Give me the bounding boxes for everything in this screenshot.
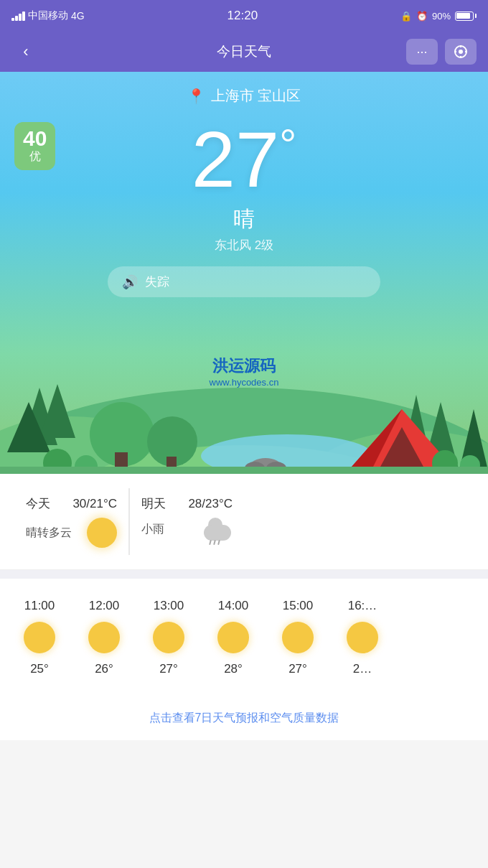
hourly-time-0: 11:00 bbox=[24, 599, 55, 613]
battery-icon bbox=[455, 11, 477, 21]
hourly-item-2: 13:00 27° bbox=[136, 593, 201, 682]
section-separator bbox=[0, 570, 488, 579]
announcement-text: 失踪 bbox=[145, 274, 169, 290]
hourly-icon-5 bbox=[347, 622, 378, 653]
lock-icon: 🔒 bbox=[400, 11, 412, 22]
degree-symbol: ° bbox=[279, 121, 296, 169]
daily-forecast-section: 今天 30/21°C 晴转多云 明天 28/23°C 小雨 bbox=[0, 474, 488, 570]
signal-icon bbox=[11, 11, 25, 21]
hourly-icon-0 bbox=[24, 622, 55, 653]
weather-condition: 晴 bbox=[233, 205, 255, 234]
hourly-time-3: 14:00 bbox=[218, 599, 249, 613]
status-left: 中国移动 4G bbox=[11, 9, 85, 22]
hourly-time-4: 15:00 bbox=[283, 599, 314, 613]
target-button[interactable] bbox=[445, 39, 477, 65]
location-pin-icon: 📍 bbox=[187, 88, 205, 105]
watermark-brand: 洪运源码 bbox=[210, 355, 279, 377]
tomorrow-weather-icon bbox=[202, 518, 233, 541]
status-time: 12:20 bbox=[227, 9, 258, 23]
today-label: 今天 bbox=[26, 495, 50, 512]
svg-point-1 bbox=[459, 50, 463, 54]
battery-percent: 90% bbox=[432, 11, 451, 22]
temperature-value: 27 bbox=[192, 115, 279, 203]
landscape-illustration bbox=[0, 316, 488, 474]
hourly-time-5: 16:… bbox=[348, 599, 377, 613]
hourly-item-3: 14:00 28° bbox=[201, 593, 266, 682]
aqi-badge: 40 优 bbox=[14, 122, 55, 170]
back-button[interactable]: ‹ bbox=[11, 37, 40, 66]
hourly-item-1: 12:00 26° bbox=[72, 593, 136, 682]
bottom-link[interactable]: 点击查看7日天气预报和空气质量数据 bbox=[0, 696, 488, 740]
nav-actions: ··· bbox=[406, 39, 477, 65]
nav-bar: ‹ 今日天气 ··· bbox=[0, 32, 488, 72]
daily-tomorrow: 明天 28/23°C 小雨 bbox=[129, 488, 244, 555]
hourly-temp-3: 28° bbox=[224, 662, 243, 676]
today-condition: 晴转多云 bbox=[26, 526, 72, 541]
hourly-temp-2: 27° bbox=[159, 662, 178, 676]
hourly-time-1: 12:00 bbox=[89, 599, 120, 613]
today-temp: 30/21°C bbox=[72, 497, 117, 511]
hourly-icon-2 bbox=[153, 622, 184, 653]
hourly-scroll: 11:00 25° 12:00 26° 13:00 27° 14:00 28° … bbox=[0, 593, 402, 682]
today-weather-icon bbox=[87, 518, 117, 548]
target-icon bbox=[454, 45, 468, 59]
tomorrow-condition: 小雨 bbox=[141, 522, 164, 537]
network-type: 4G bbox=[71, 10, 85, 22]
hourly-item-5: 16:… 2… bbox=[330, 593, 395, 682]
bottom-link-text[interactable]: 点击查看7日天气预报和空气质量数据 bbox=[149, 711, 339, 724]
hourly-icon-1 bbox=[88, 622, 120, 653]
alarm-icon: ⏰ bbox=[416, 11, 428, 22]
temperature-display: 27° bbox=[192, 120, 296, 199]
tomorrow-label: 明天 bbox=[141, 495, 166, 512]
page-title: 今日天气 bbox=[217, 42, 271, 61]
hourly-temp-0: 25° bbox=[30, 662, 49, 676]
hourly-time-2: 13:00 bbox=[154, 599, 184, 613]
aqi-number: 40 bbox=[23, 128, 47, 149]
tomorrow-temp: 28/23°C bbox=[188, 497, 233, 511]
hourly-temp-5: 2… bbox=[353, 662, 372, 676]
announcement-bar: 🔊 失踪 bbox=[108, 266, 380, 297]
aqi-grade: 优 bbox=[23, 149, 47, 164]
hourly-item-0: 11:00 25° bbox=[7, 593, 72, 682]
status-bar: 中国移动 4G 12:20 🔒 ⏰ 90% bbox=[0, 0, 488, 32]
watermark: 洪运源码 www.hycodes.cn bbox=[210, 355, 279, 388]
location-bar: 📍 上海市 宝山区 bbox=[187, 86, 301, 106]
hourly-item-4: 15:00 27° bbox=[266, 593, 330, 682]
hourly-icon-4 bbox=[282, 622, 314, 653]
hourly-temp-1: 26° bbox=[95, 662, 113, 676]
carrier-label: 中国移动 bbox=[28, 9, 68, 22]
hourly-icon-3 bbox=[217, 622, 249, 653]
more-button[interactable]: ··· bbox=[406, 39, 438, 65]
speaker-icon: 🔊 bbox=[122, 274, 138, 290]
watermark-url: www.hycodes.cn bbox=[210, 377, 279, 388]
daily-today: 今天 30/21°C 晴转多云 bbox=[14, 488, 129, 555]
wind-description: 东北风 2级 bbox=[215, 237, 273, 253]
hourly-temp-4: 27° bbox=[288, 662, 307, 676]
weather-hero: 📍 上海市 宝山区 40 优 27° 晴 东北风 2级 🔊 失踪 洪运源码 ww… bbox=[0, 72, 488, 474]
hourly-forecast-section[interactable]: 11:00 25° 12:00 26° 13:00 27° 14:00 28° … bbox=[0, 579, 488, 696]
location-text: 上海市 宝山区 bbox=[211, 86, 301, 106]
svg-rect-31 bbox=[0, 467, 488, 474]
status-right: 🔒 ⏰ 90% bbox=[400, 11, 477, 22]
